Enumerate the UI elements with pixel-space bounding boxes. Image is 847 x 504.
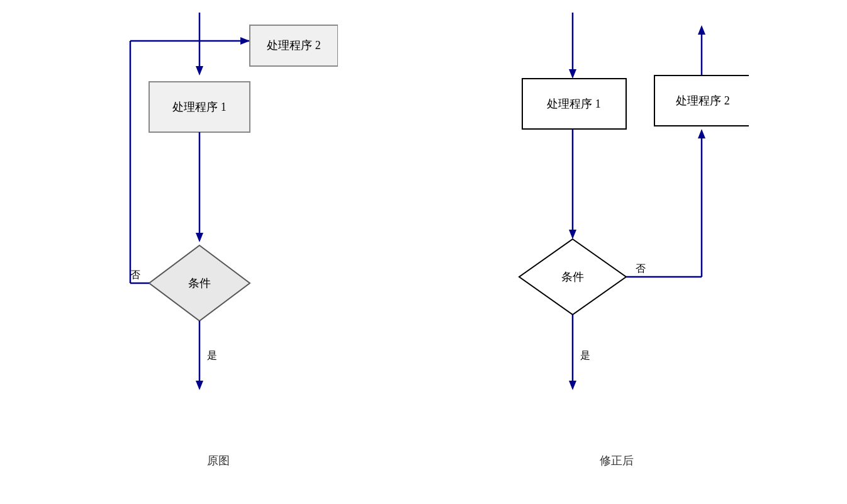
left-condition-label: 条件 [188, 277, 211, 289]
svg-marker-9 [196, 233, 203, 242]
left-no-label: 否 [130, 269, 140, 280]
left-diagram-label: 原图 [207, 453, 230, 468]
right-process1-label: 处理程序 1 [547, 98, 601, 110]
right-diagram-label: 修正后 [600, 453, 634, 468]
left-diagram: 处理程序 2 处理程序 1 条件 否 是 原图 [99, 13, 338, 468]
svg-marker-26 [698, 25, 705, 35]
right-yes-label: 是 [580, 350, 590, 361]
right-diagram-svg: 处理程序 1 条件 否 处理程序 2 是 [485, 13, 749, 440]
right-diagram: 处理程序 1 条件 否 处理程序 2 是 修正后 [485, 13, 749, 468]
left-process2-label: 处理程序 2 [267, 39, 321, 52]
right-no-label: 否 [636, 263, 646, 274]
right-process2-label: 处理程序 2 [676, 94, 730, 107]
svg-marker-1 [196, 66, 203, 76]
svg-marker-19 [569, 230, 576, 239]
svg-marker-3 [240, 37, 250, 45]
svg-marker-16 [569, 69, 576, 79]
svg-marker-28 [569, 381, 576, 390]
svg-marker-14 [196, 381, 203, 390]
right-condition-label: 条件 [561, 271, 584, 283]
left-diagram-svg: 处理程序 2 处理程序 1 条件 否 是 [99, 13, 338, 440]
left-process1-label: 处理程序 1 [172, 101, 227, 113]
svg-marker-23 [698, 129, 705, 138]
left-yes-label: 是 [207, 350, 217, 361]
